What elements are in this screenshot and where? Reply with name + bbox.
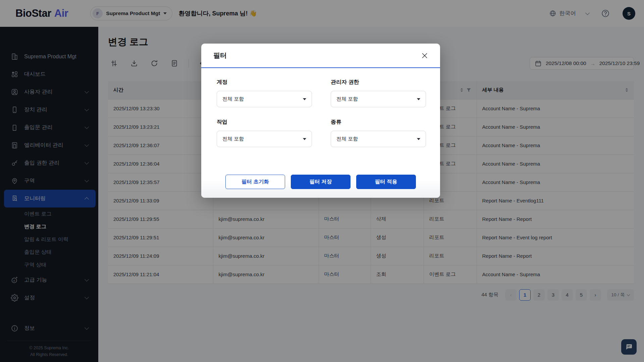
field-label: 작업: [217, 119, 312, 126]
action-select[interactable]: 전체 포함: [217, 131, 312, 147]
filter-apply-button[interactable]: 필터 적용: [356, 175, 416, 189]
modal-title: 필터: [213, 51, 227, 60]
caret-down-icon: [303, 98, 306, 100]
caret-down-icon: [417, 98, 420, 100]
filter-field-account: 계정 전체 포함: [217, 79, 312, 107]
modal-footer: 필터 초기화 필터 저장 필터 적용: [201, 166, 440, 198]
caret-down-icon: [303, 138, 306, 140]
modal-close-button[interactable]: [419, 50, 431, 62]
account-select[interactable]: 전체 포함: [217, 91, 312, 107]
field-label: 관리자 권한: [331, 79, 426, 86]
category-select[interactable]: 전체 포함: [331, 131, 426, 147]
biostar-air-app: BioStar Air F Suprema Product Mgt 환영합니다,…: [0, 0, 644, 362]
filter-save-button[interactable]: 필터 저장: [291, 175, 351, 189]
field-label: 종류: [331, 119, 426, 126]
admin-role-select[interactable]: 전체 포함: [331, 91, 426, 107]
close-icon: [420, 51, 429, 60]
filter-modal: 필터 계정 전체 포함 관리자 권한 전체 포함: [201, 44, 440, 198]
filter-field-category: 종류 전체 포함: [331, 119, 426, 147]
filter-reset-button[interactable]: 필터 초기화: [225, 175, 285, 189]
caret-down-icon: [417, 138, 420, 140]
filter-field-admin-role: 관리자 권한 전체 포함: [331, 79, 426, 107]
filter-field-action: 작업 전체 포함: [217, 119, 312, 147]
modal-header: 필터: [201, 44, 440, 68]
field-label: 계정: [217, 79, 312, 86]
modal-body: 계정 전체 포함 관리자 권한 전체 포함 작업 전체 포함: [201, 68, 440, 147]
